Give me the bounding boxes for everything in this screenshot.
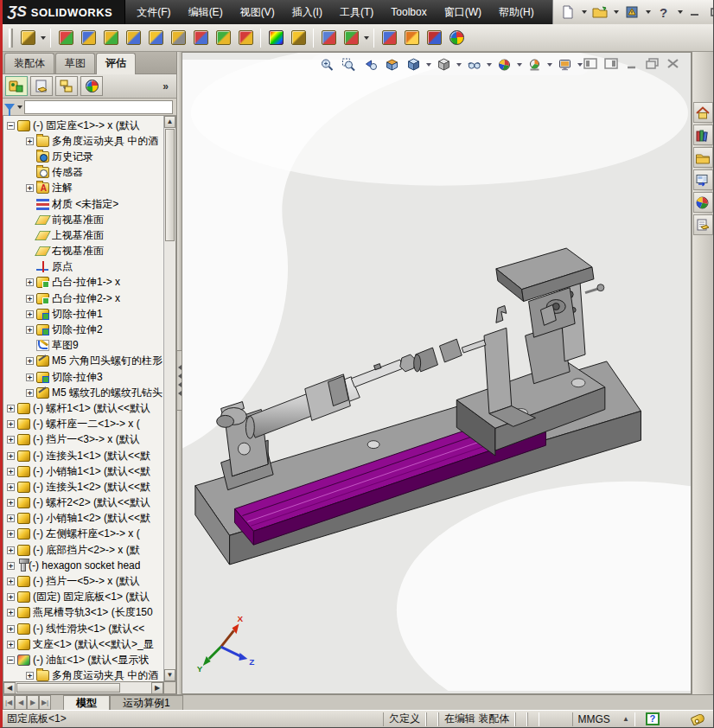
tree-vertical-scrollbar[interactable]: ▲ ▼ [163,116,175,681]
expand-box[interactable]: + [7,420,15,428]
assemblyxpert-icon[interactable] [235,28,256,48]
sheet-nav-button-4[interactable]: ▶| [39,695,51,710]
expand-box[interactable]: + [26,295,34,303]
design-library-icon[interactable] [693,125,713,145]
tree-item[interactable]: +(-) 小销轴1<2> (默认<<默 [3,511,163,527]
zoom-to-area-icon[interactable] [339,56,358,74]
tree-item[interactable]: +M5 螺纹孔的螺纹孔钻头 [3,385,163,400]
section-properties-icon[interactable] [168,28,188,48]
dimxpert-icon[interactable] [424,28,444,48]
expand-box[interactable]: + [7,562,15,570]
maximize-button[interactable] [707,4,714,20]
tree-item[interactable]: +(-) 线性滑块<1> (默认<< [3,621,163,636]
interference-detection-icon[interactable] [55,28,76,48]
tree-item[interactable]: +(-) 连接头1<1> (默认<<默 [3,448,163,463]
expand-box[interactable]: + [26,357,34,365]
display-style-dropdown[interactable] [456,63,462,67]
tree-item[interactable]: +(-) 左侧螺杆座<1>-> x ( [3,527,163,542]
appearances-ball-icon[interactable] [446,28,467,48]
compare-documents-icon[interactable] [318,28,339,48]
property-manager-icon[interactable] [30,76,53,96]
expand-box[interactable]: + [7,625,15,633]
clearance-verification-icon[interactable] [78,28,99,48]
expand-box[interactable]: + [7,483,15,491]
open-document-dropdown[interactable] [614,10,619,14]
collapse-box[interactable]: − [7,656,15,664]
tree-item[interactable]: +(-) 螺杆1<1> (默认<<默认 [3,400,163,416]
panel-overflow-chevron[interactable]: » [163,80,174,93]
hide-show-items-icon[interactable] [464,56,483,74]
menu-item-3[interactable]: 视图(V) [233,3,283,22]
tab-装配体[interactable]: 装配体 [4,53,54,73]
deviation-analysis-icon[interactable] [288,28,309,48]
tree-item[interactable]: 材质 <未指定> [3,196,163,212]
menu-item-7[interactable]: 窗口(W) [437,3,489,22]
expand-box[interactable]: + [26,278,34,286]
tree-item[interactable]: +多角度运动夹具 中的酒 [3,133,163,149]
angle-fixture[interactable] [496,248,604,384]
expand-box[interactable]: + [7,514,15,522]
tree-item[interactable]: +(-) 螺杆座一二<1>-> x ( [3,417,163,432]
expand-box[interactable]: + [26,310,34,318]
hide-show-items-dropdown[interactable] [487,63,492,67]
previous-view-icon[interactable] [360,56,379,74]
sustainability-icon[interactable] [213,28,233,48]
tree-item[interactable]: +凸台-拉伸2-> x [3,291,163,306]
view-settings-icon[interactable] [555,56,574,74]
tree-item[interactable]: +切除-拉伸2 [3,322,163,337]
tree-item[interactable]: +(-) 底部挡片<2>-> x (默 [3,542,163,558]
tree-item[interactable]: +(-) 挡片一<5>-> x (默认 [3,573,163,589]
mass-properties-icon[interactable] [145,28,166,48]
new-document-dropdown[interactable] [582,10,587,14]
expand-box[interactable]: + [7,468,15,476]
new-document-icon[interactable] [558,3,577,21]
appearances-scenes-icon[interactable] [693,192,713,213]
edit-appearance-icon[interactable] [494,56,513,74]
tree-item[interactable]: +(-) 挡片一<3>-> x (默认 [3,432,163,448]
apply-scene-dropdown[interactable] [547,63,552,67]
view-orientation-icon[interactable] [404,56,423,74]
expand-box[interactable]: + [7,452,15,460]
symmetry-check-icon[interactable] [401,28,422,48]
tree-item[interactable]: +燕尾槽导轨3<1> (长度150 [3,605,163,621]
tree-item[interactable]: 右视基准面 [3,244,163,259]
tree-item[interactable]: +(-) 小销轴1<1> (默认<<默 [3,463,163,479]
menu-item-8[interactable]: 帮助(H) [491,3,542,22]
tree-item[interactable]: +切除-拉伸3 [3,369,163,385]
tree-item[interactable]: +(-) hexagon socket head [3,558,163,573]
minimize-child-button[interactable] [624,57,639,70]
tab-运动算例1[interactable]: 运动算例1 [110,695,183,710]
expand-box[interactable]: + [7,499,15,507]
hole-alignment-icon[interactable] [100,28,121,48]
help-dropdown[interactable] [678,10,683,14]
tree-item[interactable]: +(-) 螺杆2<2> (默认<<默认 [3,495,163,511]
featuremanager-tree-icon[interactable] [5,76,28,96]
expand-box[interactable]: + [7,593,15,601]
menu-item-5[interactable]: 工具(T) [332,3,381,22]
tree-item[interactable]: 历史记录 [3,149,163,164]
sheet-nav-button-3[interactable]: ▶ [27,695,39,710]
tree-item[interactable]: 草图9 [3,338,163,354]
expand-box[interactable]: + [7,436,15,444]
units-selector[interactable]: MMGS▲ [572,712,635,726]
graphics-viewport[interactable]: X Y Z [182,52,692,694]
sheet-nav-button-1[interactable]: |◀ [3,695,15,710]
expand-box[interactable]: + [7,641,15,648]
mates-dropdown[interactable] [41,36,46,40]
scroll-down-button[interactable]: ▼ [164,669,175,681]
reference-document-dropdown[interactable] [646,10,651,14]
expand-box[interactable]: + [26,374,34,381]
tag-icon[interactable] [691,712,706,725]
tree-item[interactable]: +(-) 连接头1<2> (默认<<默 [3,479,163,495]
quick-tips-button[interactable]: ? [646,712,660,725]
menu-item-4[interactable]: 插入(I) [284,3,330,22]
mates-icon[interactable] [17,28,38,48]
tree-filter-input[interactable] [24,100,173,114]
menu-item-1[interactable]: 文件(F) [129,3,178,22]
tab-草图[interactable]: 草图 [55,53,95,73]
display-manager-icon[interactable] [80,76,103,96]
tree-item[interactable]: 传感器 [3,165,163,181]
expand-box[interactable]: + [26,326,34,334]
tree-item[interactable]: −(-) 油缸<1> (默认<显示状 [3,652,163,667]
file-explorer-icon[interactable] [693,147,713,168]
